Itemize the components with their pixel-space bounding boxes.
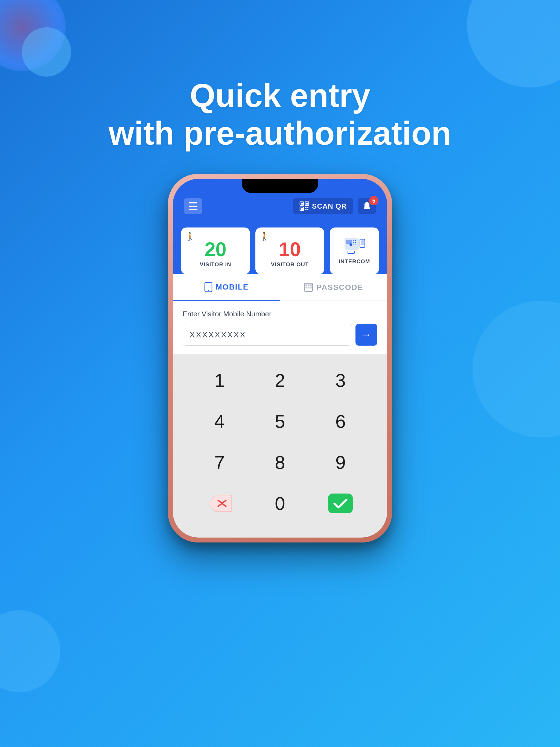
visitor-out-icon: 🚶	[260, 232, 320, 241]
svg-rect-5	[301, 208, 303, 210]
key-8[interactable]: 8	[250, 442, 310, 483]
mobile-tab-icon	[204, 282, 212, 292]
title-section: Quick entry with pre-authorization	[108, 77, 451, 152]
input-section: Enter Visitor Mobile Number →	[173, 301, 387, 354]
svg-rect-33	[310, 287, 312, 288]
visitor-out-label: VISITOR OUT	[271, 261, 309, 268]
tab-passcode[interactable]: PASSCODE	[280, 274, 387, 301]
svg-rect-7	[307, 207, 308, 208]
visitor-in-icon: 🚶	[185, 232, 195, 241]
svg-rect-9	[307, 209, 308, 210]
key-3[interactable]: 3	[310, 360, 371, 401]
check-visual	[328, 493, 353, 513]
main-title: Quick entry with pre-authorization	[108, 77, 451, 152]
phone-mockup: SCAN QR 5	[168, 174, 392, 542]
scan-qr-label: SCAN QR	[312, 202, 347, 210]
notification-button[interactable]: 5	[358, 198, 376, 214]
input-row: →	[183, 324, 377, 345]
visitor-in-label: VISITOR IN	[200, 261, 231, 268]
backspace-visual	[207, 494, 232, 512]
backspace-icon	[207, 494, 232, 512]
arrow-icon: →	[361, 329, 371, 340]
visitor-out-count: 10	[279, 239, 301, 259]
phone-screen: SCAN QR 5	[173, 179, 387, 538]
tab-passcode-label: PASSCODE	[316, 283, 363, 292]
svg-rect-18	[355, 242, 356, 243]
visitor-in-card[interactable]: 🚶 20 VISITOR IN	[181, 228, 250, 274]
key-4[interactable]: 4	[189, 401, 250, 442]
svg-rect-19	[355, 243, 356, 244]
mobile-number-input[interactable]	[183, 324, 352, 345]
svg-rect-32	[308, 287, 309, 288]
svg-rect-8	[305, 209, 307, 210]
passcode-tab-icon	[304, 283, 313, 292]
svg-rect-6	[305, 207, 307, 208]
tab-mobile-label: MOBILE	[216, 283, 249, 291]
key-7[interactable]: 7	[189, 442, 250, 483]
phone-outer-frame: SCAN QR 5	[168, 174, 392, 542]
intercom-icon	[343, 237, 365, 256]
phone-notch	[242, 179, 318, 193]
bg-decoration-3	[467, 0, 560, 87]
intercom-card[interactable]: INTERCOM	[330, 228, 379, 274]
title-line1: Quick entry	[190, 77, 370, 114]
input-label: Enter Visitor Mobile Number	[183, 310, 377, 318]
hamburger-line	[189, 206, 198, 207]
menu-button[interactable]	[184, 198, 202, 214]
bg-decoration-4	[473, 301, 560, 437]
svg-point-13	[350, 243, 352, 246]
header-right: SCAN QR 5	[293, 198, 376, 214]
check-icon	[332, 496, 349, 510]
stats-section: 🚶 20 VISITOR IN 🚶 10 VISITOR OUT	[173, 222, 387, 274]
keypad: 1 2 3 4 5 6 7 8 9	[173, 354, 387, 538]
phone-inner-frame: SCAN QR 5	[173, 179, 387, 538]
key-6[interactable]: 6	[310, 401, 371, 442]
svg-rect-14	[353, 240, 354, 241]
tabs-section: MOBILE PASSCODE	[173, 274, 387, 301]
svg-rect-31	[305, 287, 307, 288]
hamburger-line	[189, 209, 198, 210]
key-check[interactable]	[310, 483, 371, 524]
key-1[interactable]: 1	[189, 360, 250, 401]
bg-decoration-2	[22, 27, 71, 77]
notification-badge: 5	[369, 196, 378, 205]
svg-rect-1	[301, 203, 303, 205]
svg-rect-29	[308, 284, 309, 286]
visitor-out-card[interactable]: 🚶 10 VISITOR OUT	[255, 228, 324, 274]
svg-rect-15	[353, 242, 354, 243]
key-0[interactable]: 0	[250, 483, 310, 524]
intercom-label: INTERCOM	[339, 258, 370, 265]
visitor-in-count: 20	[205, 239, 226, 259]
title-line2: with pre-authorization	[108, 115, 451, 152]
svg-rect-3	[306, 203, 308, 205]
scan-qr-button[interactable]: SCAN QR	[293, 198, 353, 214]
key-2[interactable]: 2	[250, 360, 310, 401]
bg-decoration-5	[0, 610, 60, 692]
svg-point-10	[366, 204, 367, 205]
svg-rect-17	[355, 240, 356, 241]
key-9[interactable]: 9	[310, 442, 371, 483]
svg-point-26	[208, 290, 209, 291]
hamburger-line	[189, 202, 198, 203]
svg-rect-28	[305, 284, 307, 286]
svg-rect-16	[353, 243, 354, 244]
tab-mobile[interactable]: MOBILE	[173, 274, 280, 301]
key-backspace[interactable]	[189, 483, 250, 524]
svg-rect-30	[310, 284, 312, 286]
key-5[interactable]: 5	[250, 401, 310, 442]
submit-button[interactable]: →	[355, 324, 377, 345]
qr-icon	[299, 201, 309, 211]
svg-rect-21	[361, 240, 364, 245]
